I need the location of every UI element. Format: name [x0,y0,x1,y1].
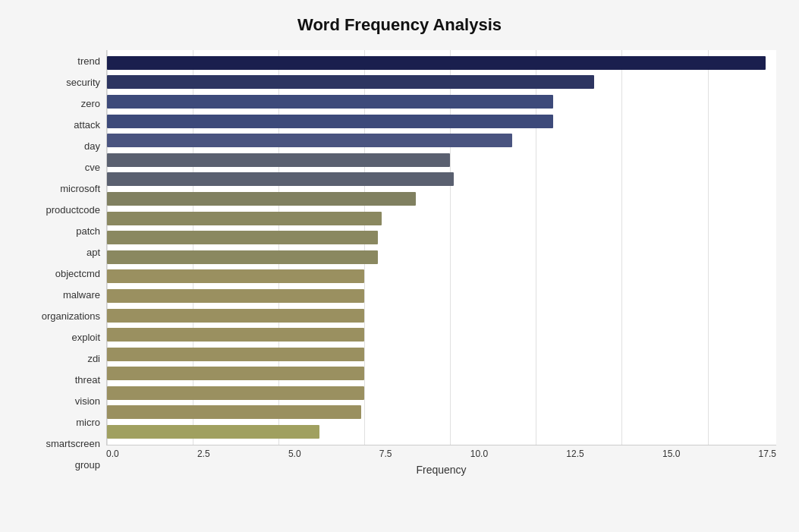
bar [107,212,382,225]
y-label: organizations [42,308,100,325]
y-label: day [84,137,100,154]
bar-row [107,190,776,207]
bar [107,289,364,303]
y-label: exploit [71,329,100,346]
bar [107,75,594,89]
bar [107,425,319,439]
bar-row [107,152,776,168]
bars-container [106,50,776,445]
bar [107,192,416,206]
bar [107,172,454,186]
bar [107,269,364,283]
bar [107,367,364,380]
x-tick: 5.0 [288,449,301,459]
bar-row [107,171,776,187]
x-tick: 2.5 [197,449,210,459]
chart-container: Word Frequency Analysis trendsecurityzer… [0,0,799,532]
x-tick: 15.0 [662,449,680,459]
y-label: vision [75,393,100,410]
bar-row [107,404,776,420]
x-tick: 7.5 [379,449,392,459]
bar-row [107,74,776,90]
bar-row [107,55,776,71]
y-label: cve [85,159,100,175]
bar [107,250,378,264]
bar [107,56,766,70]
y-label: apt [87,244,100,260]
bar-row [107,346,776,363]
y-label: trend [77,52,100,69]
bar-row [107,132,776,149]
bar [107,95,553,109]
y-label: productcode [46,201,100,218]
bar [107,231,378,244]
x-axis: 0.02.55.07.510.012.515.017.5 [106,449,776,459]
bar-row [107,93,776,110]
bar [107,134,512,147]
y-axis: trendsecurityzeroattackdaycvemicrosoftpr… [23,50,106,476]
chart-title: Word Frequency Analysis [23,15,776,35]
bar-row [107,268,776,285]
chart-area: trendsecurityzeroattackdaycvemicrosoftpr… [23,50,776,476]
bar-row [107,249,776,266]
x-tick: 12.5 [566,449,584,459]
x-tick: 17.5 [759,449,776,459]
bar-row [107,113,776,130]
x-tick: 0.0 [106,449,119,459]
y-label: security [66,74,100,90]
y-label: patch [76,222,100,239]
x-axis-label: Frequency [106,464,776,476]
bar [107,405,361,419]
bar [107,153,450,167]
y-label: micro [76,414,100,431]
bar-row [107,423,776,440]
plot-area: 0.02.55.07.510.012.515.017.5 Frequency [106,50,776,476]
bar-row [107,307,776,324]
y-label: smartscreen [46,436,100,452]
bar-row [107,326,776,343]
y-label: malware [63,287,100,304]
y-label: microsoft [60,180,100,197]
bar [107,348,364,361]
bar-row [107,210,776,227]
y-label: threat [75,372,100,389]
bar [107,115,553,128]
x-tick: 10.0 [470,449,488,459]
bar [107,386,364,400]
bar [107,328,364,342]
bar-row [107,229,776,246]
bar-row [107,365,776,382]
y-label: zdi [87,351,100,367]
bar-row [107,385,776,401]
y-label: objectcmd [55,265,100,282]
y-label: group [75,457,100,474]
y-label: zero [81,95,100,112]
y-label: attack [74,116,100,133]
bar-row [107,288,776,304]
bar [107,309,364,323]
